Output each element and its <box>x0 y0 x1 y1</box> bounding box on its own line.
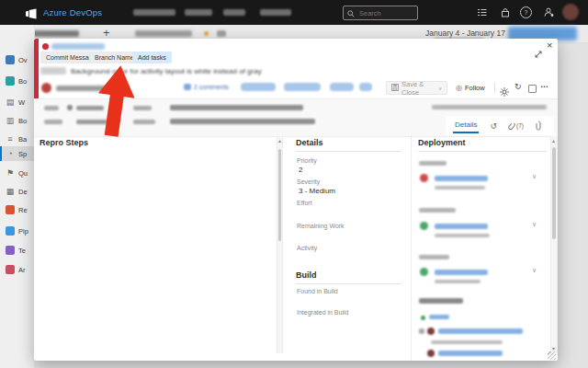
deployment-heading: Deployment <box>418 138 466 147</box>
sidebar-item-delivery-plans[interactable]: ▦ De <box>0 184 34 199</box>
branch-green-icon <box>421 316 425 320</box>
tag-pill-blurred[interactable] <box>241 83 276 91</box>
tag-pill-blurred[interactable] <box>359 83 372 91</box>
iteration-value-blurred[interactable] <box>170 119 315 124</box>
sidebar-item-pipelines[interactable]: Pip <box>0 224 34 238</box>
scroll-up-icon[interactable]: ▴ <box>552 138 555 144</box>
tag-pill-blurred[interactable] <box>330 83 354 91</box>
sprints-icon: ◔ <box>6 150 15 158</box>
sidebar-item-backlogs[interactable]: ≡ Ba <box>0 132 34 146</box>
middle-scrollbar[interactable]: ▴ <box>277 136 283 353</box>
work-item-title[interactable]: Background color for activity layout is … <box>71 67 262 75</box>
sidebar-item-queries[interactable]: ⚑ Qu <box>0 166 34 180</box>
brand-title[interactable]: Azure DevOps <box>43 7 102 17</box>
work-item-id-blurred <box>40 67 66 75</box>
area-value-blurred[interactable] <box>170 105 303 110</box>
pr-icon-blurred <box>419 328 424 334</box>
work-list-icon[interactable] <box>476 6 489 18</box>
pipelines-icon <box>6 226 15 236</box>
found-in-build-label: Found in Build <box>297 288 338 294</box>
priority-value[interactable]: 2 <box>299 166 302 174</box>
release-subtext-blurred <box>435 280 481 283</box>
search-input[interactable] <box>357 8 409 18</box>
severity-label: Severity <box>297 178 320 185</box>
scroll-up-icon[interactable]: ▴ <box>278 138 281 144</box>
iteration-label-blurred <box>133 120 155 124</box>
pr-avatar <box>427 328 435 335</box>
history-icon[interactable]: ↺ <box>490 121 497 131</box>
user-settings-icon[interactable] <box>542 6 555 18</box>
fullscreen-icon[interactable] <box>528 85 537 93</box>
release-link-blurred[interactable] <box>435 176 488 181</box>
help-icon[interactable]: ? <box>520 6 532 18</box>
edit-icon-blurred[interactable] <box>217 30 226 37</box>
assignee-avatar[interactable] <box>41 83 51 93</box>
sidebar-item-boards[interactable]: ▥ Bo <box>0 113 34 128</box>
work-item-id-link-blurred[interactable] <box>51 43 105 50</box>
build-heading: Build <box>296 270 317 280</box>
pull-request-link-blurred[interactable] <box>438 328 523 334</box>
release-subtext-blurred <box>435 186 485 190</box>
middle-scrollbar-thumb[interactable] <box>278 149 281 241</box>
delivery-plans-icon: ▦ <box>6 188 15 196</box>
branch-link-blurred[interactable] <box>429 315 449 319</box>
avatar[interactable] <box>562 4 579 20</box>
chevron-down-icon[interactable]: ∨ <box>532 221 537 228</box>
pr-avatar <box>427 350 435 357</box>
save-and-close-button[interactable]: Save & Close ∨ <box>386 81 447 95</box>
nav-item-blurred[interactable] <box>185 9 212 16</box>
comments-icon <box>184 84 191 90</box>
chevron-down-icon[interactable]: ∨ <box>532 267 537 274</box>
chevron-down-icon[interactable]: ∨ <box>532 173 537 180</box>
close-dialog-icon[interactable]: × <box>547 40 552 51</box>
add-tasks-button[interactable]: Add tasks <box>132 52 172 63</box>
details-heading: Details <box>296 138 323 147</box>
comments-link[interactable]: 2 comments <box>194 84 229 90</box>
dialog-scrollbar-thumb[interactable] <box>552 147 556 239</box>
top-bar: Azure DevOps ? <box>0 0 588 25</box>
sidebar-item-test-plans[interactable]: Te <box>0 243 34 258</box>
sidebar-item-boards-hub[interactable]: Bo <box>0 74 34 88</box>
expand-dialog-icon[interactable] <box>534 46 543 63</box>
azure-devops-logo-icon[interactable] <box>26 6 37 23</box>
sidebar-item-repos[interactable]: Re <box>0 202 34 217</box>
add-tab-button[interactable]: + <box>103 26 110 40</box>
queries-icon: ⚑ <box>6 169 15 178</box>
test-plans-icon <box>6 246 15 255</box>
deployment-stage-label-blurred <box>419 161 447 166</box>
sidebar-item-sprints[interactable]: ◔ Sp <box>0 146 34 161</box>
work-item-type-icon <box>42 43 49 50</box>
attachment-paperclip-icon <box>535 121 542 131</box>
project-name-blurred[interactable] <box>28 30 79 37</box>
sprint-date-range: January 4 - January 17 <box>425 29 505 38</box>
pull-request-link-blurred[interactable] <box>438 351 503 356</box>
follow-button[interactable]: ◎ Follow <box>456 81 485 95</box>
save-dropdown-caret[interactable]: ∨ <box>438 86 442 91</box>
nav-item-blurred[interactable] <box>260 9 291 16</box>
team-selector-blurred[interactable] <box>135 30 192 37</box>
nav-item-blurred[interactable] <box>223 9 245 16</box>
resize-grip[interactable] <box>548 351 556 360</box>
links-tab[interactable]: (7) <box>508 121 524 131</box>
build-divider <box>296 283 401 284</box>
release-link-blurred[interactable] <box>435 224 488 229</box>
release-link-blurred[interactable] <box>435 270 488 275</box>
priority-label: Priority <box>297 157 317 164</box>
release-status-green-icon <box>420 222 428 230</box>
attachments-tab[interactable] <box>535 118 542 134</box>
severity-value[interactable]: 3 - Medium <box>299 187 335 195</box>
app-root: Azure DevOps ? + <box>0 0 588 368</box>
sidebar-item-work-items[interactable]: ▤ W <box>0 95 34 109</box>
tag-pill-blurred[interactable] <box>284 83 321 91</box>
left-sidebar: Ov Bo ▤ W ▥ Bo ≡ Ba ◔ Sp ⚑ Qu ▦ De <box>0 25 35 368</box>
tab-details[interactable]: Details <box>455 121 477 131</box>
sidebar-item-overview[interactable]: Ov <box>0 52 34 67</box>
more-options-icon[interactable]: … <box>540 80 548 89</box>
refresh-icon[interactable]: ↻ <box>514 82 522 91</box>
marketplace-bag-icon[interactable] <box>499 6 512 18</box>
sidebar-item-artifacts[interactable]: Ar <box>0 262 34 277</box>
search-box[interactable] <box>343 6 418 20</box>
dialog-scrollbar[interactable]: ▴ ▾ <box>550 136 558 355</box>
nav-item-blurred[interactable] <box>133 9 175 16</box>
development-section-label-blurred <box>419 298 463 304</box>
